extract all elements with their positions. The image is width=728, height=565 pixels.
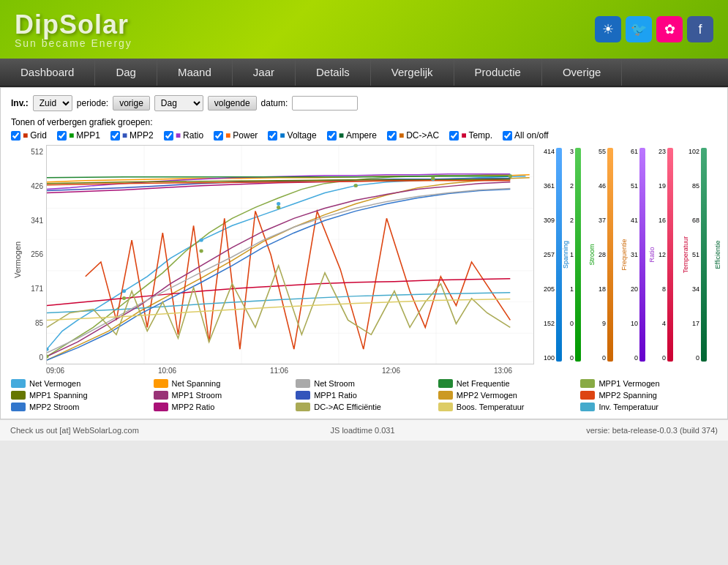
svg-point-13 <box>122 289 126 293</box>
svg-point-21 <box>199 250 203 253</box>
toggle-ampere[interactable]: ■ Ampere <box>327 130 377 141</box>
y-axis-values: 512 426 341 256 171 85 0 <box>24 145 46 364</box>
chart-svg <box>47 146 533 364</box>
legend-mpp1-ratio: MPP1 Ratio <box>296 391 432 400</box>
chart-legend: Net Vermogen Net Spanning Net Stroom Net… <box>11 379 717 411</box>
toggle-voltage[interactable]: ■ Voltage <box>268 130 316 141</box>
nav-maand[interactable]: Maand <box>157 59 233 86</box>
main-content: Inv.: Zuid periode: vorige Dag Week Maan… <box>0 87 728 419</box>
period-select[interactable]: Dag Week Maand <box>154 95 203 111</box>
svg-point-24 <box>431 176 435 180</box>
flickr-icon[interactable]: ✿ <box>656 16 683 42</box>
legend-mpp1-vermogen: MPP1 Vermogen <box>580 379 717 388</box>
toggle-label: Tonen of verbergen grafiek groepen: <box>11 117 717 127</box>
axis-stroom: 3 2 2 1 1 0 0 Stroom <box>563 145 591 364</box>
axis-spanning: 414 361 309 257 205 152 100 Spanning <box>534 145 563 364</box>
toggle-all[interactable]: All on/off <box>503 130 548 141</box>
legend-boos-temp: Boos. Temperatuur <box>438 403 575 411</box>
solar-icon[interactable]: ☀ <box>595 16 621 42</box>
footer-right: versie: beta-release-0.0.3 (build 374) <box>586 426 718 435</box>
nav-dashboard[interactable]: Dashboard <box>0 59 95 86</box>
axis-frequentie: 55 46 37 28 18 9 0 Frequentie <box>591 145 623 364</box>
toggle-mpp1[interactable]: ■ MPP1 <box>57 130 100 141</box>
inv-select[interactable]: Zuid <box>33 95 72 111</box>
legend-mpp2-vermogen: MPP2 Vermogen <box>438 391 575 400</box>
inv-label: Inv.: <box>11 98 29 108</box>
svg-point-14 <box>199 239 203 242</box>
y-axis-label: Vermogen <box>11 145 24 375</box>
legend-net-frequentie: Net Frequentie <box>438 379 575 388</box>
logo-area: DipSolar Sun became Energy <box>15 10 132 49</box>
legend-mpp1-spanning: MPP1 Spanning <box>11 391 148 400</box>
legend-mpp2-stroom: MPP2 Stroom <box>11 403 148 411</box>
logo-tagline: Sun became Energy <box>15 37 132 49</box>
nav-vergelijk[interactable]: Vergelijk <box>371 59 454 86</box>
toggle-dcac[interactable]: ■ DC->AC <box>387 130 439 141</box>
svg-point-25 <box>509 174 512 178</box>
header: DipSolar Sun became Energy ☀ 🐦 ✿ f <box>0 0 728 59</box>
next-button[interactable]: volgende <box>208 96 257 111</box>
legend-dcac: DC->AC Efficiëntie <box>296 403 432 411</box>
footer: Check us out [at] WebSolarLog.com JS loa… <box>0 419 728 441</box>
social-icons: ☀ 🐦 ✿ f <box>595 16 713 42</box>
nav-details[interactable]: Details <box>296 59 371 86</box>
toggle-ratio[interactable]: ■ Ratio <box>164 130 203 141</box>
prev-button[interactable]: vorige <box>113 96 150 111</box>
chart-area: 512 426 341 256 171 85 0 <box>24 145 717 375</box>
svg-point-22 <box>277 206 280 209</box>
x-axis: 09:06 10:06 11:06 12:06 13:06 <box>24 364 512 375</box>
date-input[interactable]: 27-11-2012 <box>292 96 358 111</box>
nav-productie[interactable]: Productie <box>454 59 542 86</box>
footer-left: Check us out [at] WebSolarLog.com <box>10 426 139 435</box>
date-label: datum: <box>261 98 288 108</box>
svg-point-15 <box>277 202 280 206</box>
nav-dag[interactable]: Dag <box>95 59 157 86</box>
chart-with-axes: 512 426 341 256 171 85 0 <box>24 145 717 364</box>
svg-point-23 <box>354 184 358 187</box>
svg-point-20 <box>122 296 126 300</box>
legend-net-spanning: Net Spanning <box>154 379 290 388</box>
legend-net-vermogen: Net Vermogen <box>11 379 148 388</box>
chart-svg-container <box>46 145 534 364</box>
chart-wrapper: Vermogen 512 426 341 256 171 85 0 <box>11 145 717 375</box>
toggles-group: ■ Grid ■ MPP1 ■ MPP2 ■ Ratio ■ Power ■ V… <box>11 130 717 141</box>
legend-inv-temp: Inv. Temperatuur <box>580 403 717 411</box>
nav-jaar[interactable]: Jaar <box>233 59 296 86</box>
right-axes: 414 361 309 257 205 152 100 Spanning <box>534 145 717 364</box>
toggle-power[interactable]: ■ Power <box>214 130 258 141</box>
navigation: Dashboard Dag Maand Jaar Details Vergeli… <box>0 59 728 87</box>
nav-overige[interactable]: Overige <box>542 59 623 86</box>
toggle-grid[interactable]: ■ Grid <box>11 130 47 141</box>
legend-mpp2-ratio: MPP2 Ratio <box>154 403 290 411</box>
footer-center: JS loadtime 0.031 <box>331 426 395 435</box>
logo-text: DipSolar <box>15 10 132 40</box>
controls-bar: Inv.: Zuid periode: vorige Dag Week Maan… <box>11 95 717 111</box>
legend-mpp1-stroom: MPP1 Stroom <box>154 391 290 400</box>
axis-ratio: 61 51 41 31 20 10 0 Ratio <box>623 145 653 364</box>
toggle-mpp2[interactable]: ■ MPP2 <box>110 130 154 141</box>
axis-efficiëntie: 102 85 68 51 34 17 0 Efficiëntie <box>685 145 717 364</box>
period-label: periode: <box>77 98 108 108</box>
legend-mpp2-spanning: MPP2 Spanning <box>580 391 717 400</box>
twitter-icon[interactable]: 🐦 <box>626 16 652 42</box>
legend-net-stroom: Net Stroom <box>296 379 432 388</box>
axis-temp: 23 19 16 12 8 4 0 Temperatuur <box>653 145 685 364</box>
facebook-icon[interactable]: f <box>687 16 713 42</box>
toggle-temp[interactable]: ■ Temp. <box>449 130 492 141</box>
